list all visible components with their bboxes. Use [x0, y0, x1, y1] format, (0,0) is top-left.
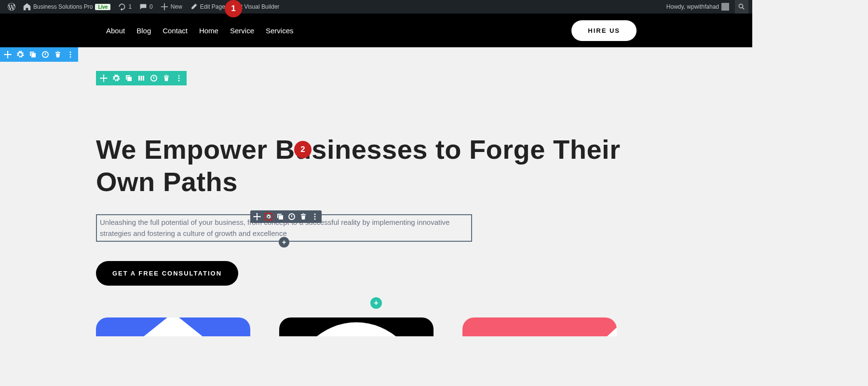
home-icon: [23, 3, 31, 11]
duplicate-icon[interactable]: [276, 213, 284, 221]
add-row-button[interactable]: +: [370, 297, 382, 309]
card-red[interactable]: [462, 317, 617, 336]
comments-count: 0: [149, 3, 153, 10]
annotation-1: 1: [225, 0, 242, 17]
svg-point-6: [314, 214, 316, 215]
update-icon: [118, 3, 126, 11]
svg-point-7: [314, 216, 316, 218]
new-content-link[interactable]: New: [157, 0, 186, 14]
hire-us-button[interactable]: HIRE US: [571, 20, 637, 41]
settings-icon[interactable]: [265, 213, 272, 221]
feature-cards: [0, 309, 752, 336]
more-icon[interactable]: [311, 213, 319, 221]
nav-contact[interactable]: Contact: [163, 27, 188, 35]
save-icon[interactable]: [288, 213, 296, 221]
hero-headline[interactable]: We Empower Businesses to Forge Their Own…: [96, 133, 656, 198]
nav-about[interactable]: About: [106, 27, 125, 35]
svg-point-5: [178, 80, 180, 82]
wordpress-icon: [8, 3, 15, 11]
svg-point-4: [178, 78, 180, 79]
nav-blog[interactable]: Blog: [136, 27, 151, 35]
nav-services[interactable]: Services: [266, 27, 294, 35]
delete-icon[interactable]: [299, 213, 307, 221]
hero-section: We Empower Businesses to Forge Their Own…: [0, 47, 752, 309]
card-blue[interactable]: [96, 317, 250, 336]
nav-service[interactable]: Service: [230, 27, 254, 35]
row-toolbar: [96, 71, 187, 85]
site-name-link[interactable]: Business Solutions Pro Live: [19, 0, 114, 14]
edit-page-label: Edit Page: [200, 3, 225, 10]
greeting-text: Howdy, wpwithfahad: [666, 3, 719, 10]
settings-icon[interactable]: [112, 74, 120, 82]
pencil-icon: [190, 3, 198, 11]
search-icon: [738, 3, 746, 11]
card-black[interactable]: [279, 317, 434, 336]
cta-button[interactable]: GET A FREE CONSULTATION: [96, 261, 238, 286]
admin-bar-right: Howdy, wpwithfahad: [663, 0, 748, 14]
comments-link[interactable]: 0: [136, 0, 157, 14]
delete-icon[interactable]: [163, 74, 170, 82]
user-account-link[interactable]: Howdy, wpwithfahad: [663, 0, 733, 14]
live-badge: Live: [95, 4, 110, 10]
site-name: Business Solutions Pro: [33, 3, 93, 10]
nav-home[interactable]: Home: [199, 27, 218, 35]
wp-logo[interactable]: [4, 0, 19, 14]
move-icon[interactable]: [253, 213, 261, 221]
svg-point-8: [314, 219, 316, 220]
updates-link[interactable]: 1: [114, 0, 136, 14]
more-icon[interactable]: [175, 74, 183, 82]
site-header: About Blog Contact Home Service Services…: [0, 14, 752, 47]
updates-count: 1: [128, 3, 132, 10]
module-toolbar: [250, 210, 322, 223]
plus-icon: [161, 3, 168, 11]
edit-page-link[interactable]: Edit Page: [186, 0, 229, 14]
new-label: New: [171, 3, 182, 10]
svg-point-3: [178, 75, 180, 77]
avatar: [721, 3, 729, 11]
save-icon[interactable]: [150, 74, 158, 82]
comment-icon: [139, 3, 147, 11]
wp-admin-bar: Business Solutions Pro Live 1 0 New Ed: [0, 0, 752, 14]
admin-search[interactable]: [735, 0, 748, 14]
annotation-2: 2: [294, 141, 312, 158]
duplicate-icon[interactable]: [125, 74, 133, 82]
text-module-selected[interactable]: Unleashing the full potential of your bu…: [96, 214, 472, 242]
main-nav: About Blog Contact Home Service Services: [106, 27, 294, 35]
move-icon[interactable]: [100, 74, 108, 82]
columns-icon[interactable]: [137, 74, 145, 82]
add-module-button[interactable]: +: [279, 237, 289, 248]
